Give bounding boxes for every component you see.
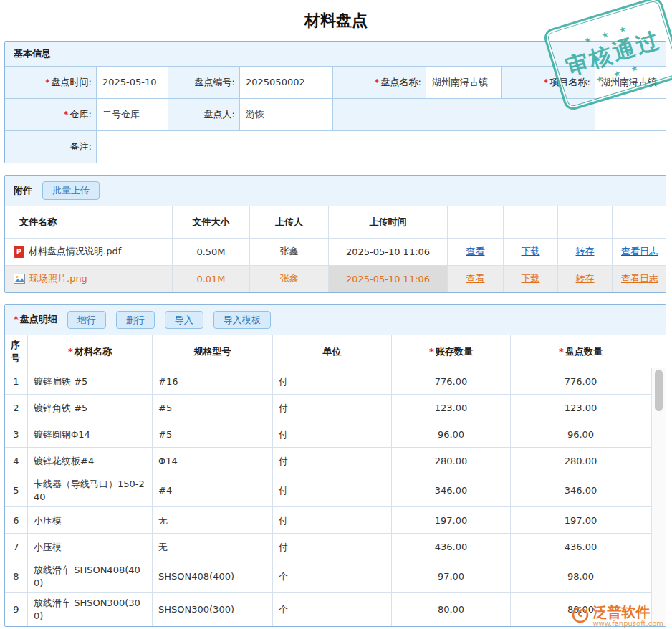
page-title: 材料盘点 bbox=[0, 0, 672, 41]
view-link[interactable]: 查看 bbox=[466, 245, 485, 258]
book-qty: 776.00 bbox=[392, 368, 511, 394]
required-marker: * bbox=[375, 77, 380, 89]
col-material: *材料名称 bbox=[28, 335, 153, 368]
material: 放线滑车 SHSON300(300) bbox=[28, 593, 153, 625]
col-file-name: 文件名称 bbox=[5, 206, 173, 238]
add-row-button[interactable]: 增行 bbox=[67, 311, 106, 330]
seq: 6 bbox=[5, 507, 28, 533]
spec: 无 bbox=[153, 534, 273, 560]
table-row[interactable]: 7 小压模 无 付 436.00 436.00 bbox=[5, 534, 651, 560]
required-marker: * bbox=[429, 345, 434, 358]
spec: #4 bbox=[153, 474, 273, 506]
view-link[interactable]: 查看 bbox=[466, 272, 485, 285]
attachments-title: 附件 bbox=[14, 184, 32, 197]
table-row[interactable]: 8 放线滑车 SHSON408(400) SHSON408(400) 个 97.… bbox=[5, 560, 651, 593]
col-upload-time: 上传时间 bbox=[329, 206, 448, 238]
book-qty: 197.00 bbox=[392, 507, 511, 533]
basic-info-row-1: *盘点时间: 2025-05-10 盘点编号: 2025050002 *盘点名称… bbox=[5, 67, 666, 99]
required-marker: * bbox=[64, 109, 69, 121]
batch-upload-button[interactable]: 批量上传 bbox=[42, 181, 100, 200]
basic-info-row-2: *仓库: 二号仓库 盘点人: 游恢 bbox=[5, 99, 666, 131]
inventory-no-label: 盘点编号: bbox=[168, 67, 240, 98]
pdf-file-icon: P bbox=[14, 246, 24, 258]
unit: 付 bbox=[273, 421, 392, 447]
table-row[interactable]: 9 放线滑车 SHSON300(300) SHSON300(300) 个 80.… bbox=[5, 593, 651, 625]
col-unit: 单位 bbox=[273, 335, 392, 368]
book-qty: 346.00 bbox=[392, 474, 511, 506]
required-marker: * bbox=[559, 345, 564, 358]
col-action-2 bbox=[504, 206, 558, 238]
unit: 付 bbox=[273, 448, 392, 474]
inventory-name-label: *盘点名称: bbox=[333, 67, 426, 98]
material: 放线滑车 SHSON408(400) bbox=[28, 560, 153, 592]
material: 镀锌花纹板#4 bbox=[28, 448, 153, 474]
table-row[interactable]: 2 镀锌角铁 #5 #5 付 123.00 123.00 bbox=[5, 395, 651, 421]
view-log-link[interactable]: 查看日志 bbox=[621, 272, 658, 285]
book-qty: 436.00 bbox=[392, 534, 511, 560]
book-qty: 97.00 bbox=[392, 560, 511, 592]
inventory-person-value[interactable]: 游恢 bbox=[240, 99, 333, 130]
file-name: 材料盘点情况说明.pdf bbox=[29, 245, 121, 258]
remark-value[interactable] bbox=[97, 131, 667, 163]
table-row[interactable]: 5 卡线器（导线马口）150-240 #4 付 346.00 346.00 bbox=[5, 474, 651, 507]
scrollbar-thumb[interactable] bbox=[655, 370, 663, 411]
basic-info-title: 基本信息 bbox=[14, 47, 51, 60]
file-name-cell: P 材料盘点情况说明.pdf bbox=[5, 239, 173, 265]
counted-qty: 436.00 bbox=[511, 534, 651, 560]
brand-website: www.fanpusoft.com bbox=[592, 620, 663, 628]
col-action-1 bbox=[448, 206, 504, 238]
spec: #5 bbox=[153, 395, 273, 421]
spec: #5 bbox=[153, 421, 273, 447]
import-template-button[interactable]: 导入模板 bbox=[213, 311, 271, 330]
unit: 个 bbox=[273, 560, 392, 592]
download-link[interactable]: 下载 bbox=[522, 272, 540, 285]
inventory-name-value[interactable]: 湖州南浔古镇 bbox=[426, 67, 502, 98]
required-marker: * bbox=[14, 314, 19, 325]
fanpu-logo: 泛普软件 www.fanpusoft.com bbox=[572, 604, 663, 628]
warehouse-label: *仓库: bbox=[5, 99, 97, 130]
unit: 付 bbox=[273, 507, 392, 533]
attachment-row[interactable]: P 材料盘点情况说明.pdf 0.50M 张鑫 2025-05-10 11:06… bbox=[5, 239, 666, 266]
view-log-link[interactable]: 查看日志 bbox=[621, 245, 658, 258]
project-name-value[interactable]: 湖州南浔古镇 bbox=[595, 67, 667, 98]
attachments-header: 附件 批量上传 bbox=[5, 176, 666, 206]
table-row[interactable]: 1 镀锌扁铁 #5 #16 付 776.00 776.00 bbox=[5, 368, 651, 395]
col-uploader: 上传人 bbox=[250, 206, 329, 238]
detail-panel: *盘点明细 增行 删行 导入 导入模板 序号 *材料名称 规格型号 单位 *账存… bbox=[4, 304, 666, 627]
col-file-size: 文件大小 bbox=[173, 206, 250, 238]
download-link[interactable]: 下载 bbox=[522, 245, 540, 258]
material: 小压模 bbox=[28, 534, 153, 560]
table-row[interactable]: 4 镀锌花纹板#4 Φ14 付 280.00 280.00 bbox=[5, 448, 651, 474]
brand-name: 泛普软件 bbox=[592, 603, 650, 620]
material: 镀锌角铁 #5 bbox=[28, 395, 153, 421]
detail-header: *盘点明细 增行 删行 导入 导入模板 bbox=[5, 305, 666, 336]
unit: 付 bbox=[273, 368, 392, 394]
required-marker: * bbox=[45, 77, 50, 89]
transfer-link[interactable]: 转存 bbox=[576, 245, 595, 258]
upload-time: 2025-05-10 11:06 bbox=[329, 266, 448, 292]
unit: 付 bbox=[273, 395, 392, 421]
seq: 1 bbox=[5, 368, 28, 394]
table-row[interactable]: 3 镀锌圆钢Φ14 #5 付 96.00 96.00 bbox=[5, 421, 651, 448]
spec: SHSON408(400) bbox=[153, 560, 273, 592]
table-row[interactable]: 6 小压模 无 付 197.00 197.00 bbox=[5, 507, 651, 534]
inventory-no-value[interactable]: 2025050002 bbox=[240, 67, 333, 98]
seq: 8 bbox=[5, 560, 28, 592]
file-name-cell: 现场照片.png bbox=[5, 266, 173, 292]
uploader: 张鑫 bbox=[250, 266, 329, 292]
uploader: 张鑫 bbox=[250, 239, 329, 265]
basic-info-header: 基本信息 bbox=[5, 42, 666, 67]
warehouse-value[interactable]: 二号仓库 bbox=[97, 99, 168, 130]
inventory-time-value[interactable]: 2025-05-10 bbox=[97, 67, 168, 98]
transfer-link[interactable]: 转存 bbox=[576, 272, 595, 285]
col-counted-qty: *盘点数量 bbox=[511, 335, 651, 368]
unit: 付 bbox=[273, 474, 392, 506]
attachments-panel: 附件 批量上传 文件名称 文件大小 上传人 上传时间 P 材料盘点情况说明.pd… bbox=[4, 175, 666, 293]
required-marker: * bbox=[544, 77, 549, 89]
vertical-scrollbar[interactable] bbox=[651, 368, 666, 625]
inventory-person-label: 盘点人: bbox=[168, 99, 240, 130]
attachment-row-selected[interactable]: 现场照片.png 0.01M 张鑫 2025-05-10 11:06 查看 下载… bbox=[5, 266, 666, 292]
counted-qty: 96.00 bbox=[511, 421, 651, 447]
delete-row-button[interactable]: 删行 bbox=[116, 311, 155, 330]
import-button[interactable]: 导入 bbox=[165, 311, 203, 330]
